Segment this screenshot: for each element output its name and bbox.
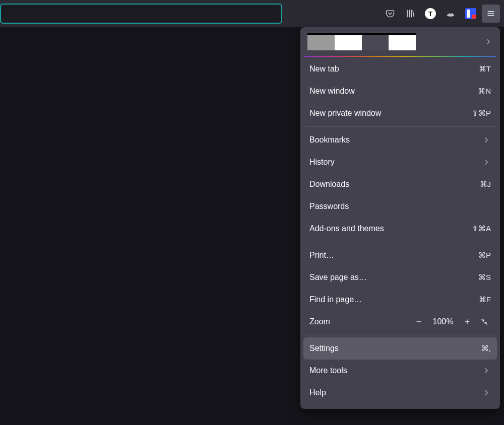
hamburger-menu-button[interactable] — [482, 5, 500, 23]
chevron-right-icon — [482, 158, 491, 167]
url-bar[interactable] — [0, 4, 282, 24]
menu-item-label: Bookmarks — [309, 135, 350, 145]
svg-point-4 — [449, 14, 450, 15]
menu-item-label: Save page as… — [309, 273, 367, 282]
menu-separator — [304, 335, 496, 335]
extension-1-icon[interactable] — [442, 5, 460, 23]
browser-toolbar: T — [0, 0, 504, 27]
menu-account-row[interactable] — [303, 30, 497, 54]
menu-item-help[interactable]: Help — [303, 382, 497, 404]
menu-item-print[interactable]: Print… ⌘P — [303, 244, 497, 266]
fullscreen-button[interactable] — [476, 313, 493, 330]
extension-2-icon[interactable] — [462, 5, 480, 23]
menu-item-history[interactable]: History — [303, 151, 497, 173]
menu-item-shortcut: ⌘J — [480, 180, 491, 189]
app-menu-panel: New tab ⌘T New window ⌘N New private win… — [300, 27, 500, 409]
menu-item-label: Help — [309, 388, 326, 397]
menu-item-find-in-page[interactable]: Find in page… ⌘F — [303, 289, 497, 311]
menu-item-label: Find in page… — [309, 295, 362, 304]
chevron-right-icon — [482, 388, 491, 397]
menu-item-label: Print… — [309, 251, 334, 260]
menu-item-shortcut: ⌘, — [481, 344, 491, 353]
menu-item-label: New tab — [309, 64, 339, 74]
menu-item-passwords[interactable]: Passwords — [303, 195, 497, 218]
menu-item-new-window[interactable]: New window ⌘N — [303, 80, 497, 102]
zoom-in-button[interactable] — [459, 313, 476, 330]
menu-item-label: Settings — [309, 344, 339, 353]
chevron-right-icon — [482, 135, 491, 145]
zoom-value: 100% — [427, 317, 459, 326]
menu-item-label: New window — [309, 87, 355, 96]
menu-separator — [304, 126, 496, 127]
menu-item-shortcut: ⌘N — [478, 87, 491, 96]
zoom-out-button[interactable] — [410, 313, 427, 330]
pocket-icon[interactable] — [381, 5, 399, 23]
menu-item-addons[interactable]: Add-ons and themes ⇧⌘A — [303, 218, 497, 240]
menu-item-label: History — [309, 158, 335, 167]
avatar-initial: T — [425, 8, 436, 19]
menu-item-shortcut: ⌘P — [478, 251, 491, 260]
menu-item-label: Downloads — [309, 180, 349, 189]
menu-item-shortcut: ⌘S — [478, 273, 491, 282]
account-avatar[interactable]: T — [421, 5, 439, 23]
menu-separator — [304, 242, 496, 242]
chevron-right-icon — [482, 366, 491, 375]
menu-item-label: New private window — [309, 109, 381, 118]
menu-item-shortcut: ⇧⌘P — [472, 109, 491, 118]
menu-item-downloads[interactable]: Downloads ⌘J — [303, 173, 497, 195]
menu-item-bookmarks[interactable]: Bookmarks — [303, 129, 497, 151]
rainbow-divider — [304, 56, 496, 57]
menu-item-label: Passwords — [309, 202, 349, 211]
zoom-label: Zoom — [309, 317, 410, 326]
menu-item-shortcut: ⌘T — [479, 64, 491, 74]
theme-swatch-preview — [307, 33, 416, 50]
menu-zoom-row: Zoom 100% — [303, 311, 497, 333]
menu-item-settings[interactable]: Settings ⌘, — [303, 337, 497, 360]
menu-item-label: More tools — [309, 366, 347, 375]
chevron-right-icon — [484, 37, 493, 46]
svg-line-3 — [413, 11, 414, 17]
menu-item-new-private-window[interactable]: New private window ⇧⌘P — [303, 102, 497, 124]
menu-item-more-tools[interactable]: More tools — [303, 360, 497, 382]
menu-item-label: Add-ons and themes — [309, 224, 384, 233]
library-icon[interactable] — [401, 5, 419, 23]
menu-item-shortcut: ⇧⌘A — [472, 224, 491, 233]
menu-item-shortcut: ⌘F — [479, 295, 491, 304]
menu-item-new-tab[interactable]: New tab ⌘T — [303, 58, 497, 80]
menu-item-save-page-as[interactable]: Save page as… ⌘S — [303, 266, 497, 289]
